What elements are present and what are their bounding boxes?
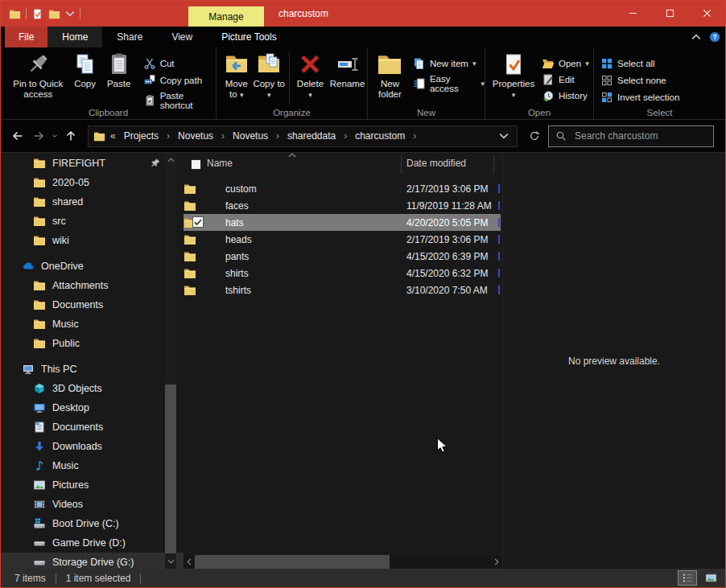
breadcrumb-overflow-chevron[interactable]: « (110, 130, 116, 142)
forward-button[interactable] (28, 125, 49, 146)
thumbnail-view-button[interactable] (701, 570, 720, 586)
sidebar-item-documents[interactable]: Documents (1, 417, 184, 437)
sidebar-item-desktop[interactable]: Desktop (1, 398, 184, 417)
sidebar-item-2020-05[interactable]: 2020-05 (1, 173, 184, 192)
sidebar-item-3d-objects[interactable]: 3D Objects (1, 379, 184, 398)
breadcrumb-separator[interactable]: › (337, 130, 353, 142)
scroll-down-icon[interactable] (165, 556, 176, 567)
file-name: faces (225, 200, 249, 212)
address-bar[interactable]: « Projects›Novetus›Novetus›shareddata›ch… (88, 125, 518, 147)
manage-ribbon-tab[interactable]: Manage (188, 6, 264, 27)
sidebar-item-storage-drive-g-[interactable]: Storage Drive (G:) (1, 553, 184, 569)
copy-path-button[interactable]: Copy path (143, 74, 216, 87)
sidebar-item-videos[interactable]: Videos (1, 495, 184, 514)
scroll-right-icon[interactable] (491, 555, 502, 569)
file-row-heads[interactable]: heads2/17/2019 3:06 PM (184, 231, 502, 248)
breadcrumb-segment[interactable]: Novetus (231, 130, 270, 142)
breadcrumb-separator[interactable]: › (270, 130, 286, 142)
maximize-button[interactable] (651, 1, 688, 25)
sidebar-item-music[interactable]: Music (1, 315, 184, 334)
close-button[interactable] (688, 1, 725, 25)
column-header-name[interactable]: Name (207, 158, 233, 169)
sidebar-item-pictures[interactable]: Pictures (1, 475, 184, 495)
address-history-chevron-icon[interactable] (499, 133, 509, 139)
breadcrumb-separator[interactable]: › (160, 130, 176, 142)
cut-button[interactable]: Cut (143, 57, 216, 70)
new-folder-button[interactable]: New folder (372, 50, 408, 100)
minimize-button[interactable] (614, 1, 651, 25)
paste-button[interactable]: Paste (101, 50, 137, 89)
new-item-button[interactable]: New item ▾ (413, 57, 485, 70)
qat-folder-icon[interactable] (9, 8, 21, 20)
invert-selection-button[interactable]: Invert selection (600, 91, 679, 104)
sidebar-item-game-drive-d-[interactable]: Game Drive (D:) (1, 533, 184, 553)
sidebar-item-music[interactable]: Music (1, 456, 184, 475)
pin-to-quick-access-button[interactable]: Pin to Quick access (7, 50, 68, 100)
easy-access-button[interactable]: Easy access ▾ (413, 74, 485, 93)
row-checkbox-checked[interactable] (192, 216, 204, 228)
properties-button[interactable]: Properties▾ (489, 50, 538, 101)
file-row-hats[interactable]: hats4/20/2020 5:05 PM (184, 214, 501, 231)
breadcrumb-segment[interactable]: Novetus (176, 130, 215, 142)
history-button[interactable]: History (542, 89, 589, 102)
breadcrumb-segment[interactable]: Projects (122, 130, 160, 142)
qat-properties-icon[interactable] (31, 8, 43, 20)
file-row-custom[interactable]: custom2/17/2019 3:06 PM (184, 180, 502, 197)
select-all-checkbox[interactable] (191, 159, 201, 170)
rename-button[interactable]: Rename (328, 50, 367, 89)
breadcrumb-segment[interactable]: charcustom (353, 130, 406, 142)
scroll-up-icon[interactable] (165, 154, 176, 166)
copy-to-button[interactable]: Copy to ▾ (253, 50, 286, 101)
up-button[interactable] (60, 125, 81, 146)
sidebar-item-firefight[interactable]: FIREFIGHT (1, 154, 184, 173)
edit-button[interactable]: Edit (542, 73, 589, 86)
copy-button[interactable]: Copy (68, 50, 101, 89)
sidebar-scrollbar-thumb[interactable] (165, 384, 176, 553)
sidebar-item-onedrive[interactable]: OneDrive (1, 257, 184, 276)
sidebar-item-attachments[interactable]: Attachments (1, 276, 184, 295)
file-row-pants[interactable]: pants4/15/2020 6:39 PM (184, 248, 502, 265)
sidebar-item-downloads[interactable]: Downloads (1, 437, 184, 456)
history-icon (542, 89, 555, 102)
select-none-button[interactable]: Select none (600, 74, 679, 87)
delete-button[interactable]: Delete▾ (293, 50, 328, 101)
tab-picture-tools[interactable]: Picture Tools (207, 27, 291, 47)
sidebar-item-documents[interactable]: Documents (1, 295, 184, 315)
refresh-button[interactable] (524, 125, 545, 146)
horizontal-scrollbar-track[interactable] (195, 555, 491, 569)
horizontal-scrollbar[interactable] (184, 555, 502, 569)
horizontal-scrollbar-thumb[interactable] (195, 555, 390, 569)
breadcrumb-separator[interactable]: › (406, 130, 423, 142)
file-row-tshirts[interactable]: tshirts3/10/2020 7:50 AM (184, 282, 502, 298)
scroll-left-icon[interactable] (184, 555, 195, 569)
breadcrumb-separator[interactable]: › (215, 130, 231, 142)
open-button[interactable]: Open ▾ (542, 57, 589, 70)
recent-locations-button[interactable] (49, 125, 60, 146)
column-separator[interactable] (401, 155, 402, 174)
move-to-button[interactable]: Move to ▾ (221, 50, 253, 101)
file-row-faces[interactable]: faces11/9/2019 11:28 AM (184, 197, 502, 214)
qat-new-folder-icon[interactable] (48, 8, 60, 20)
sidebar-item-wiki[interactable]: wiki (1, 231, 184, 250)
details-view-button[interactable] (678, 570, 697, 586)
tab-share[interactable]: Share (102, 27, 157, 47)
sidebar-item-this-pc[interactable]: This PC (1, 360, 184, 379)
tab-file[interactable]: File (5, 27, 47, 47)
sidebar-item-boot-drive-c-[interactable]: Boot Drive (C:) (1, 514, 184, 533)
tab-home[interactable]: Home (47, 27, 102, 47)
collapse-ribbon-icon[interactable] (691, 34, 701, 40)
tab-view[interactable]: View (157, 27, 207, 47)
breadcrumb-segment[interactable]: shareddata (286, 130, 337, 142)
qat-customize-chevron-icon[interactable] (65, 10, 75, 17)
back-button[interactable] (7, 125, 28, 146)
sidebar-scrollbar[interactable] (165, 153, 176, 569)
help-icon[interactable]: ? (709, 31, 720, 43)
sidebar-item-public[interactable]: Public (1, 334, 184, 353)
column-header-date-modified[interactable]: Date modified (406, 158, 466, 169)
column-separator[interactable] (493, 155, 494, 174)
sidebar-item-shared[interactable]: shared (1, 192, 184, 212)
search-input[interactable] (573, 130, 707, 142)
sidebar-item-src[interactable]: src (1, 212, 184, 231)
file-row-shirts[interactable]: shirts4/15/2020 6:32 PM (184, 265, 502, 282)
select-all-button[interactable]: Select all (600, 57, 679, 70)
